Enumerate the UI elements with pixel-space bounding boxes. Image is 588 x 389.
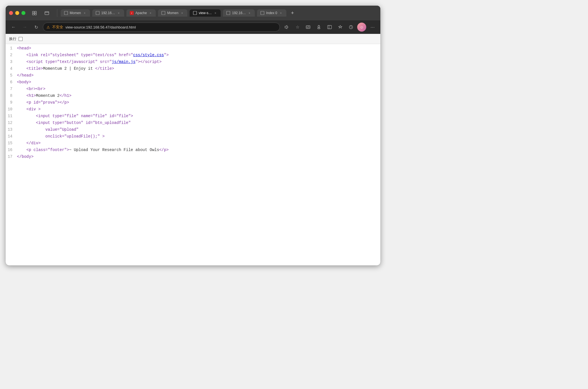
tab-1-label: Momen — [70, 11, 81, 15]
line-content: </body> — [17, 154, 379, 160]
svg-rect-2 — [32, 13, 34, 15]
tab-5-close[interactable]: × — [213, 11, 217, 15]
source-line-6: 6 <body> — [6, 79, 380, 86]
more-options-button[interactable]: ⋯ — [368, 23, 377, 32]
line-number: 10 — [7, 106, 17, 113]
maximize-button[interactable] — [21, 11, 25, 15]
line-content: <body> — [17, 79, 379, 86]
close-button[interactable] — [9, 11, 13, 15]
user-avatar[interactable]: ☺ — [357, 23, 366, 32]
sidebar-toggle-icon[interactable] — [325, 23, 334, 32]
tab-6[interactable]: 192.16… × — [223, 9, 255, 17]
tab-2-close[interactable]: × — [117, 11, 121, 15]
line-content: <link rel="stylesheet" type="text/css" h… — [17, 52, 379, 59]
svg-rect-13 — [328, 25, 332, 29]
line-number: 2 — [7, 52, 17, 59]
source-line-17: 17 </body> — [6, 154, 380, 160]
tab-7-close[interactable]: × — [279, 11, 283, 15]
line-content: <h1>Momentum 2</h1> — [17, 93, 379, 99]
line-number: 5 — [7, 72, 17, 79]
address-field[interactable]: ⚠ 不安全 view-source:192.168.56.47/dashboar… — [43, 23, 280, 32]
source-toolbar: 换行 — [6, 34, 380, 44]
extensions-icon[interactable] — [314, 23, 323, 32]
source-line-4: 4 <title>Momentum 2 | Enjoy it </title> — [6, 65, 380, 72]
line-content: <br><br> — [17, 86, 379, 93]
line-number: 1 — [7, 45, 17, 52]
source-view[interactable]: 1 <head> 2 <link rel="stylesheet" type="… — [6, 44, 380, 265]
profile-sync-icon[interactable] — [346, 23, 356, 32]
line-content: <input type="button" id="btn_uploadfile" — [17, 120, 379, 126]
tab-7[interactable]: Index 0 × — [257, 9, 286, 17]
line-number: 6 — [7, 79, 17, 86]
svg-rect-6 — [96, 11, 99, 15]
svg-rect-8 — [193, 11, 197, 15]
tab-7-label: Index 0 — [266, 11, 277, 15]
line-number: 12 — [7, 120, 17, 126]
devtools-icon[interactable] — [304, 23, 313, 32]
tab-6-label: 192.16… — [232, 11, 246, 15]
svg-rect-5 — [64, 11, 68, 15]
source-line-9: 9 <p id="prova"></p> — [6, 99, 380, 106]
forward-button[interactable]: → — [20, 23, 29, 32]
line-number: 15 — [7, 140, 17, 147]
address-url: view-source:192.168.56.47/dashboard.html — [65, 25, 276, 29]
tab-4-label: Momen — [167, 11, 178, 15]
svg-rect-1 — [35, 11, 36, 13]
line-content: <script type="text/javascript" src="js/m… — [17, 59, 379, 65]
security-warning-icon: ⚠ — [47, 25, 50, 29]
wrap-checkbox[interactable] — [19, 37, 23, 41]
tab-1[interactable]: Momen × — [61, 9, 90, 17]
svg-rect-12 — [318, 28, 320, 29]
source-line-16: 16 <p class="footer">~ Upload Your Resea… — [6, 147, 380, 154]
line-number: 17 — [7, 154, 17, 160]
tab-3-close[interactable]: × — [148, 11, 152, 15]
wrap-label: 换行 — [9, 36, 16, 41]
single-tab-icon[interactable] — [42, 8, 51, 18]
bookmark-icon[interactable]: ☆ — [293, 23, 302, 32]
svg-rect-0 — [32, 11, 34, 13]
tab-manager-icon[interactable] — [30, 8, 39, 18]
source-line-13: 13 value="Upload" — [6, 126, 380, 133]
svg-rect-3 — [35, 13, 36, 15]
tab-5[interactable]: view-s… × — [190, 9, 221, 17]
line-content: <title>Momentum 2 | Enjoy it </title> — [17, 65, 379, 72]
source-line-10: 10 <div > — [6, 106, 380, 113]
tab-3[interactable]: / Apache × — [126, 9, 156, 17]
tab-2[interactable]: 192.16… × — [92, 9, 124, 17]
svg-rect-7 — [162, 11, 165, 15]
new-tab-button[interactable]: + — [289, 9, 297, 17]
line-content: <p id="prova"></p> — [17, 99, 379, 106]
source-line-11: 11 <input type="file" name="file" id="fi… — [6, 113, 380, 120]
read-aloud-icon[interactable] — [282, 23, 291, 32]
source-line-7: 7 <br><br> — [6, 86, 380, 93]
minimize-button[interactable] — [15, 11, 19, 15]
source-line-5: 5 </head> — [6, 72, 380, 79]
title-bar: Momen × 192.16… × / Apache × Momen × vie… — [6, 6, 380, 20]
security-label: 不安全 — [52, 25, 63, 30]
svg-rect-10 — [261, 11, 264, 15]
line-content: onclick="uploadFile();" > — [17, 133, 379, 140]
favorites-icon[interactable] — [336, 23, 345, 32]
line-number: 14 — [7, 133, 17, 140]
line-content: <head> — [17, 45, 379, 52]
line-content: </head> — [17, 72, 379, 79]
back-button[interactable]: ← — [9, 23, 18, 32]
line-number: 9 — [7, 99, 17, 106]
line-content: <input type="file" name="file" id="file"… — [17, 113, 379, 120]
line-number: 7 — [7, 86, 17, 93]
tab-3-label: Apache — [135, 11, 147, 15]
line-content: <p class="footer">~ Upload Your Research… — [17, 147, 379, 154]
tab-2-label: 192.16… — [101, 11, 115, 15]
address-bar-row: ← → ↻ ⚠ 不安全 view-source:192.168.56.47/da… — [6, 20, 380, 34]
tab-4[interactable]: Momen × — [158, 9, 187, 17]
line-content: value="Upload" — [17, 126, 379, 133]
line-number: 3 — [7, 59, 17, 65]
tab-4-close[interactable]: × — [180, 11, 184, 15]
source-line-12: 12 <input type="button" id="btn_uploadfi… — [6, 120, 380, 126]
line-content: <div > — [17, 106, 379, 113]
reload-button[interactable]: ↻ — [32, 23, 41, 32]
tab-6-close[interactable]: × — [247, 11, 251, 15]
line-number: 8 — [7, 93, 17, 99]
tab-1-close[interactable]: × — [83, 11, 87, 15]
source-line-14: 14 onclick="uploadFile();" > — [6, 133, 380, 140]
